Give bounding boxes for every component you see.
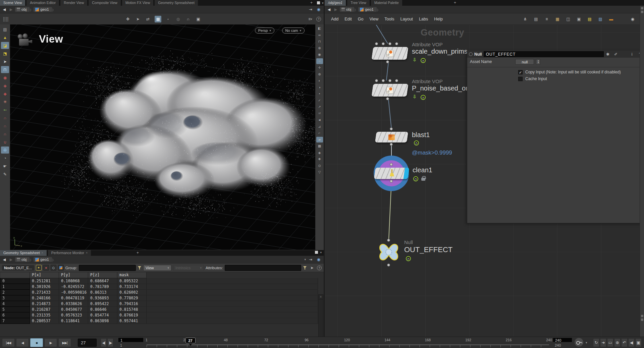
- persp-button[interactable]: Persp ▾: [255, 27, 274, 34]
- quickmarks-icon[interactable]: ▬: [608, 16, 614, 22]
- column-header[interactable]: P[y]: [59, 272, 88, 278]
- shadows-icon[interactable]: ◐: [316, 78, 323, 83]
- view-select[interactable]: View ▾: [143, 265, 171, 271]
- node-name-label[interactable]: blast1: [412, 131, 430, 139]
- forward-icon[interactable]: ▶: [333, 7, 338, 12]
- key-dropdown-icon[interactable]: ▾: [586, 341, 587, 344]
- node-output-dot[interactable]: [390, 143, 393, 146]
- node-name-label[interactable]: OUT_EFFECT: [404, 245, 452, 254]
- node-input-dot[interactable]: [375, 42, 378, 45]
- wireframe-icon[interactable]: ▩: [316, 143, 323, 149]
- node-output-dot[interactable]: [390, 180, 393, 183]
- more-icon[interactable]: ▽: [316, 169, 323, 175]
- range-start-field[interactable]: 1: [118, 338, 144, 342]
- row-index-cell[interactable]: 7: [0, 318, 30, 324]
- back-icon[interactable]: ◀: [2, 257, 7, 262]
- breadcrumb-obj[interactable]: obj: [15, 7, 30, 12]
- node-input-dot[interactable]: [388, 79, 391, 82]
- node-field[interactable]: Node: OUT_E...: [2, 265, 34, 271]
- headlight-icon[interactable]: ✛: [316, 65, 323, 70]
- node-output-dot[interactable]: [386, 97, 389, 100]
- row-index-cell[interactable]: 5: [0, 306, 30, 312]
- menu-item[interactable]: Help: [431, 16, 446, 22]
- set-key-button[interactable]: [574, 338, 584, 347]
- parms-list-icon[interactable]: ≡: [543, 16, 550, 22]
- split-panes-icon[interactable]: ◫: [565, 16, 572, 22]
- node-name-field[interactable]: OUT_EFFECT: [484, 51, 604, 57]
- link-icon[interactable]: ◉: [315, 256, 322, 263]
- node-clean1[interactable]: [374, 168, 410, 179]
- menu-item[interactable]: View: [366, 16, 381, 22]
- scroll-menu-icon[interactable]: ≡: [319, 295, 323, 299]
- pane-menu-icon[interactable]: [317, 1, 320, 4]
- node-vop2[interactable]: ↺: [371, 84, 408, 97]
- attributes-input[interactable]: [225, 265, 301, 271]
- pane-tab[interactable]: Material Palette: [371, 0, 402, 6]
- menu-item[interactable]: Edit: [341, 16, 355, 22]
- edge-icon[interactable]: [641, 11, 643, 13]
- sticky-note-icon[interactable]: ▤: [586, 16, 593, 22]
- wrench-icon[interactable]: ⋔: [522, 16, 529, 22]
- select-visible-icon[interactable]: ⬔: [1, 50, 9, 57]
- edge-icon[interactable]: [641, 7, 643, 9]
- select-points-icon[interactable]: ◆: [1, 90, 9, 97]
- pane-dropdown-icon[interactable]: ▾: [322, 1, 324, 5]
- menu-item[interactable]: Add: [328, 16, 341, 22]
- node-input-dot[interactable]: [395, 79, 398, 82]
- snap-grid-icon[interactable]: ∩: [1, 114, 9, 121]
- select-tool-icon[interactable]: ➤: [135, 16, 141, 22]
- pane-tab[interactable]: Tree View: [347, 0, 370, 6]
- search-icon[interactable]: [622, 52, 626, 57]
- node-input-dot[interactable]: [390, 163, 393, 166]
- audio-icon[interactable]: ◀: [628, 338, 635, 347]
- box-select-icon[interactable]: ▦: [155, 16, 161, 22]
- viewlock-icon[interactable]: ⊓: [316, 39, 323, 44]
- pane-tab[interactable]: Scene View: [0, 0, 25, 6]
- breadcrumb-geo1[interactable]: geo1: [358, 7, 377, 12]
- back-icon[interactable]: ◀: [2, 7, 7, 12]
- node-input-dot[interactable]: [388, 42, 391, 45]
- sheet-help-icon[interactable]: ?: [317, 266, 322, 270]
- stop-button[interactable]: ■: [30, 338, 43, 347]
- realtime-playback-icon[interactable]: ↻: [593, 338, 599, 347]
- close-icon[interactable]: ×: [42, 250, 43, 256]
- back-icon[interactable]: ◀: [326, 7, 332, 12]
- frame-ruler[interactable]: 1 24 48 72 96 120 14: [147, 338, 549, 348]
- copy-input-checkbox[interactable]: ✓: [518, 70, 523, 74]
- breadcrumb-obj[interactable]: obj: [340, 7, 354, 12]
- node-output-dot[interactable]: [387, 264, 390, 267]
- prim-numbers-icon[interactable]: ⊿: [316, 124, 323, 129]
- index-header[interactable]: [0, 272, 30, 278]
- point-trails-icon[interactable]: ↗: [316, 104, 323, 110]
- info-icon[interactable]: i: [630, 52, 634, 57]
- display-options-menu-icon[interactable]: ≡▾: [307, 16, 314, 22]
- follow-playhead-icon[interactable]: ➜: [600, 338, 606, 347]
- play-button[interactable]: ▶: [44, 338, 57, 347]
- snap-prim-icon[interactable]: ∩: [1, 122, 9, 129]
- glasses-icon[interactable]: ∞: [316, 32, 323, 38]
- node-input-dot[interactable]: [382, 79, 385, 82]
- global-time-icon[interactable]: ⊕: [614, 338, 621, 347]
- step-forward-button[interactable]: |▶: [107, 338, 113, 347]
- snapshot-icon[interactable]: ▣: [576, 16, 582, 22]
- edge-icon[interactable]: [641, 315, 643, 317]
- pick-attribute-icon[interactable]: ➤: [309, 265, 315, 271]
- forward-icon[interactable]: ▶: [8, 7, 14, 12]
- point-numbers-icon[interactable]: ¹²: [316, 111, 323, 116]
- shade-mode-icon[interactable]: ▰: [316, 137, 323, 142]
- node-name-label[interactable]: scale_down_prims: [412, 48, 468, 55]
- template-flag-icon[interactable]: ⇩: [413, 57, 417, 62]
- brush-strip-icon[interactable]: ✎: [1, 171, 9, 178]
- node-blast1[interactable]: [375, 132, 408, 142]
- color-palette-icon[interactable]: ▦: [554, 16, 561, 22]
- new-tab-button[interactable]: +: [451, 0, 459, 5]
- select-geometry-icon[interactable]: ◪: [1, 42, 9, 49]
- point-markers-icon[interactable]: •: [316, 91, 323, 97]
- orbit-icon[interactable]: ◔: [1, 155, 9, 162]
- select-arrow-icon[interactable]: ➤: [1, 58, 9, 65]
- pane-tab[interactable]: Motion FX View: [122, 0, 153, 6]
- asset-name-value[interactable]: null: [515, 59, 534, 65]
- group-input[interactable]: [79, 265, 136, 271]
- menu-item[interactable]: Labs: [416, 16, 431, 22]
- select-objects-icon[interactable]: ◉: [1, 74, 9, 81]
